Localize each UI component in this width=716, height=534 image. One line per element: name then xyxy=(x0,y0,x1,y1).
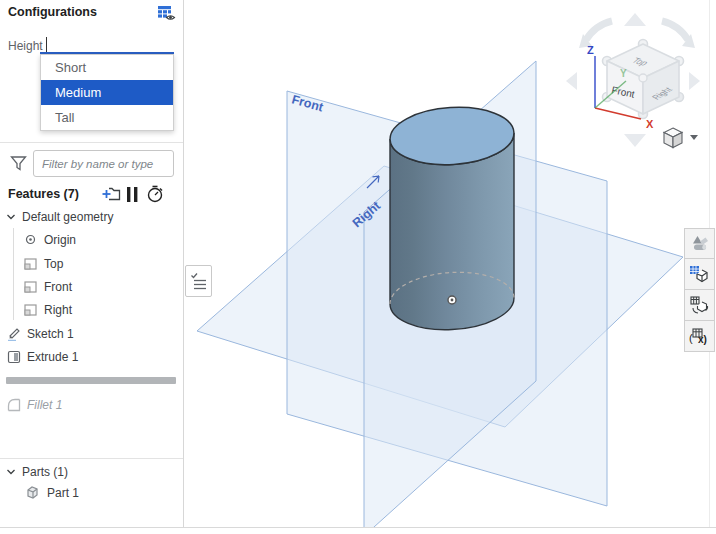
tree-item-sketch1[interactable]: Sketch 1 xyxy=(0,322,183,345)
panel-title: Configurations xyxy=(8,5,97,19)
axis-y-label: Y xyxy=(620,68,627,79)
menu-item-tall[interactable]: Tall xyxy=(41,105,173,130)
chevron-down-icon[interactable] xyxy=(6,212,16,222)
axis-z-label: Z xyxy=(587,44,594,56)
chevron-down-icon[interactable] xyxy=(6,467,16,477)
plane-icon xyxy=(24,258,37,270)
tree-item-part1[interactable]: Part 1 xyxy=(0,481,183,504)
parts-divider xyxy=(0,458,183,459)
tree-item-right-plane[interactable]: Right xyxy=(0,298,183,321)
config-input-label: Height xyxy=(8,39,43,53)
tree-item-front-plane[interactable]: Front xyxy=(0,275,183,298)
origin-icon xyxy=(25,234,36,245)
rotate-right-arrow xyxy=(689,72,700,90)
tree-item-top-plane[interactable]: Top xyxy=(0,252,183,275)
filter-icon[interactable] xyxy=(10,155,27,172)
configured-features-button[interactable] xyxy=(684,290,715,321)
configuration-table-icon[interactable] xyxy=(157,5,176,22)
origin-marker[interactable] xyxy=(448,296,456,304)
rotate-up-arrow xyxy=(624,13,646,26)
plane-icon xyxy=(24,281,37,293)
configurations-icon xyxy=(689,264,710,284)
right-toolbar: ( x) xyxy=(684,228,715,352)
tree-item-fillet1[interactable]: Fillet 1 xyxy=(0,393,183,416)
extrude-icon xyxy=(7,350,21,364)
window-bottom-edge xyxy=(0,527,716,528)
view-options-button[interactable] xyxy=(664,128,698,148)
view-cube[interactable]: Top Front Right Z X Y xyxy=(566,13,700,147)
configurations-panel-button[interactable] xyxy=(684,259,715,290)
tree-item-extrude1[interactable]: Extrude 1 xyxy=(0,345,183,368)
cylinder-part[interactable] xyxy=(388,104,515,330)
configuration-panel: Configurations Height Short Medium Tall … xyxy=(0,0,183,527)
plane-icon xyxy=(24,304,37,316)
config-dropdown-menu: Short Medium Tall xyxy=(40,54,174,131)
rotate-down-arrow xyxy=(624,134,646,147)
insert-folder-icon[interactable] xyxy=(102,186,121,202)
svg-text:x): x) xyxy=(698,334,707,345)
tree-item-default-geometry[interactable]: Default geometry xyxy=(0,205,183,228)
text-caret xyxy=(46,37,47,52)
configuration-variables-icon: ( x) xyxy=(689,326,710,346)
part-icon xyxy=(25,485,40,500)
panel-divider xyxy=(0,142,183,143)
axis-x-label: X xyxy=(646,118,654,130)
tree-item-origin[interactable]: Origin xyxy=(0,228,183,251)
feature-list-toggle-button[interactable] xyxy=(185,265,212,297)
rollback-bar[interactable] xyxy=(6,377,176,384)
svg-text:(: ( xyxy=(689,332,693,344)
filter-input[interactable] xyxy=(33,150,174,177)
configured-features-icon xyxy=(689,295,710,315)
rotate-left-arrow xyxy=(566,72,577,90)
appearance-panel-button[interactable] xyxy=(684,228,715,259)
configuration-variables-button[interactable]: ( x) xyxy=(684,321,715,352)
onshape-app: Front Right xyxy=(0,0,716,534)
menu-item-short[interactable]: Short xyxy=(41,55,173,80)
chevron-down-icon xyxy=(690,135,698,140)
appearance-icon xyxy=(689,234,710,253)
fillet-icon xyxy=(7,398,21,412)
parts-header-row[interactable]: Parts (1) xyxy=(0,460,183,483)
feature-list-icon xyxy=(190,272,208,290)
features-header: Features (7) xyxy=(8,187,79,201)
panel-canvas-separator xyxy=(183,0,184,527)
pause-rollback-icon[interactable] xyxy=(126,187,139,202)
sketch-icon xyxy=(7,327,21,341)
timer-icon[interactable] xyxy=(146,185,164,203)
menu-item-medium[interactable]: Medium xyxy=(41,80,173,105)
